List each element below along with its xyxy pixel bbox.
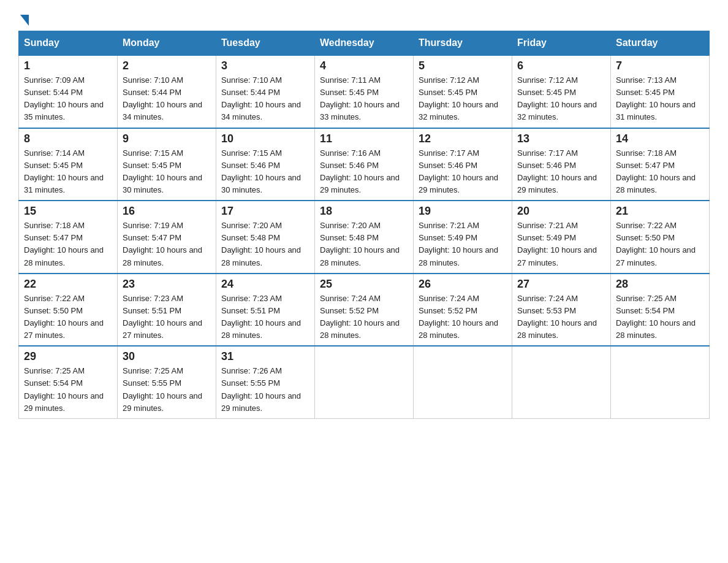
- day-info: Sunrise: 7:09 AM Sunset: 5:44 PM Dayligh…: [24, 74, 112, 124]
- day-info: Sunrise: 7:15 AM Sunset: 5:45 PM Dayligh…: [123, 147, 211, 197]
- header-cell-sunday: Sunday: [19, 31, 118, 56]
- day-number: 7: [616, 59, 704, 72]
- day-cell-16: 16 Sunrise: 7:19 AM Sunset: 5:47 PM Dayl…: [118, 201, 216, 274]
- week-row-5: 29 Sunrise: 7:25 AM Sunset: 5:54 PM Dayl…: [19, 346, 710, 418]
- day-info: Sunrise: 7:21 AM Sunset: 5:49 PM Dayligh…: [517, 220, 605, 269]
- day-number: 19: [419, 205, 507, 218]
- day-cell-5: 5 Sunrise: 7:12 AM Sunset: 5:45 PM Dayli…: [414, 55, 512, 128]
- day-number: 16: [123, 205, 211, 218]
- day-info: Sunrise: 7:24 AM Sunset: 5:53 PM Dayligh…: [517, 293, 605, 342]
- empty-cell: [611, 346, 710, 418]
- header-cell-tuesday: Tuesday: [216, 31, 315, 56]
- day-info: Sunrise: 7:24 AM Sunset: 5:52 PM Dayligh…: [419, 293, 507, 342]
- day-number: 11: [320, 132, 408, 145]
- day-cell-1: 1 Sunrise: 7:09 AM Sunset: 5:44 PM Dayli…: [19, 55, 118, 128]
- day-number: 23: [123, 278, 211, 291]
- calendar-header: SundayMondayTuesdayWednesdayThursdayFrid…: [19, 31, 710, 56]
- day-cell-22: 22 Sunrise: 7:22 AM Sunset: 5:50 PM Dayl…: [19, 274, 118, 347]
- header-row: SundayMondayTuesdayWednesdayThursdayFrid…: [19, 31, 710, 56]
- day-number: 6: [517, 59, 605, 72]
- day-cell-14: 14 Sunrise: 7:18 AM Sunset: 5:47 PM Dayl…: [611, 128, 710, 201]
- day-info: Sunrise: 7:25 AM Sunset: 5:54 PM Dayligh…: [616, 293, 704, 342]
- day-cell-23: 23 Sunrise: 7:23 AM Sunset: 5:51 PM Dayl…: [118, 274, 216, 347]
- day-cell-9: 9 Sunrise: 7:15 AM Sunset: 5:45 PM Dayli…: [118, 128, 216, 201]
- day-cell-2: 2 Sunrise: 7:10 AM Sunset: 5:44 PM Dayli…: [118, 55, 216, 128]
- logo: [18, 12, 29, 25]
- day-cell-19: 19 Sunrise: 7:21 AM Sunset: 5:49 PM Dayl…: [414, 201, 512, 274]
- day-number: 13: [517, 132, 605, 145]
- day-number: 29: [24, 350, 112, 363]
- day-info: Sunrise: 7:18 AM Sunset: 5:47 PM Dayligh…: [24, 220, 112, 269]
- day-cell-13: 13 Sunrise: 7:17 AM Sunset: 5:46 PM Dayl…: [512, 128, 611, 201]
- day-info: Sunrise: 7:20 AM Sunset: 5:48 PM Dayligh…: [320, 220, 408, 269]
- day-cell-30: 30 Sunrise: 7:25 AM Sunset: 5:55 PM Dayl…: [118, 346, 216, 418]
- day-cell-20: 20 Sunrise: 7:21 AM Sunset: 5:49 PM Dayl…: [512, 201, 611, 274]
- day-cell-29: 29 Sunrise: 7:25 AM Sunset: 5:54 PM Dayl…: [19, 346, 118, 418]
- day-cell-7: 7 Sunrise: 7:13 AM Sunset: 5:45 PM Dayli…: [611, 55, 710, 128]
- day-info: Sunrise: 7:23 AM Sunset: 5:51 PM Dayligh…: [221, 293, 309, 342]
- day-number: 27: [517, 278, 605, 291]
- day-info: Sunrise: 7:25 AM Sunset: 5:55 PM Dayligh…: [123, 365, 211, 415]
- day-cell-6: 6 Sunrise: 7:12 AM Sunset: 5:45 PM Dayli…: [512, 55, 611, 128]
- calendar-body: 1 Sunrise: 7:09 AM Sunset: 5:44 PM Dayli…: [19, 55, 710, 418]
- header-cell-friday: Friday: [512, 31, 611, 56]
- day-number: 9: [123, 132, 211, 145]
- header-cell-saturday: Saturday: [611, 31, 710, 56]
- day-cell-21: 21 Sunrise: 7:22 AM Sunset: 5:50 PM Dayl…: [611, 201, 710, 274]
- day-info: Sunrise: 7:11 AM Sunset: 5:45 PM Dayligh…: [320, 74, 408, 124]
- header-cell-wednesday: Wednesday: [315, 31, 414, 56]
- week-row-3: 15 Sunrise: 7:18 AM Sunset: 5:47 PM Dayl…: [19, 201, 710, 274]
- day-cell-12: 12 Sunrise: 7:17 AM Sunset: 5:46 PM Dayl…: [414, 128, 512, 201]
- day-cell-4: 4 Sunrise: 7:11 AM Sunset: 5:45 PM Dayli…: [315, 55, 414, 128]
- header-cell-monday: Monday: [118, 31, 216, 56]
- day-info: Sunrise: 7:22 AM Sunset: 5:50 PM Dayligh…: [616, 220, 704, 269]
- day-cell-27: 27 Sunrise: 7:24 AM Sunset: 5:53 PM Dayl…: [512, 274, 611, 347]
- day-number: 4: [320, 59, 408, 72]
- day-info: Sunrise: 7:10 AM Sunset: 5:44 PM Dayligh…: [123, 74, 211, 124]
- day-number: 10: [221, 132, 309, 145]
- day-number: 28: [616, 278, 704, 291]
- day-cell-18: 18 Sunrise: 7:20 AM Sunset: 5:48 PM Dayl…: [315, 201, 414, 274]
- day-number: 24: [221, 278, 309, 291]
- day-cell-10: 10 Sunrise: 7:15 AM Sunset: 5:46 PM Dayl…: [216, 128, 315, 201]
- day-cell-26: 26 Sunrise: 7:24 AM Sunset: 5:52 PM Dayl…: [414, 274, 512, 347]
- day-info: Sunrise: 7:19 AM Sunset: 5:47 PM Dayligh…: [123, 220, 211, 269]
- day-info: Sunrise: 7:21 AM Sunset: 5:49 PM Dayligh…: [419, 220, 507, 269]
- week-row-1: 1 Sunrise: 7:09 AM Sunset: 5:44 PM Dayli…: [19, 55, 710, 128]
- day-info: Sunrise: 7:16 AM Sunset: 5:46 PM Dayligh…: [320, 147, 408, 197]
- week-row-2: 8 Sunrise: 7:14 AM Sunset: 5:45 PM Dayli…: [19, 128, 710, 201]
- day-cell-24: 24 Sunrise: 7:23 AM Sunset: 5:51 PM Dayl…: [216, 274, 315, 347]
- day-cell-28: 28 Sunrise: 7:25 AM Sunset: 5:54 PM Dayl…: [611, 274, 710, 347]
- calendar-table: SundayMondayTuesdayWednesdayThursdayFrid…: [18, 31, 710, 419]
- empty-cell: [414, 346, 512, 418]
- day-info: Sunrise: 7:12 AM Sunset: 5:45 PM Dayligh…: [419, 74, 507, 124]
- logo-arrow-icon: [20, 15, 29, 26]
- day-number: 30: [123, 350, 211, 363]
- day-number: 25: [320, 278, 408, 291]
- day-number: 17: [221, 205, 309, 218]
- day-number: 22: [24, 278, 112, 291]
- day-number: 1: [24, 59, 112, 72]
- day-info: Sunrise: 7:12 AM Sunset: 5:45 PM Dayligh…: [517, 74, 605, 124]
- day-info: Sunrise: 7:26 AM Sunset: 5:55 PM Dayligh…: [221, 365, 309, 415]
- day-number: 3: [221, 59, 309, 72]
- day-cell-25: 25 Sunrise: 7:24 AM Sunset: 5:52 PM Dayl…: [315, 274, 414, 347]
- day-info: Sunrise: 7:15 AM Sunset: 5:46 PM Dayligh…: [221, 147, 309, 197]
- week-row-4: 22 Sunrise: 7:22 AM Sunset: 5:50 PM Dayl…: [19, 274, 710, 347]
- day-info: Sunrise: 7:17 AM Sunset: 5:46 PM Dayligh…: [517, 147, 605, 197]
- day-number: 31: [221, 350, 309, 363]
- day-info: Sunrise: 7:25 AM Sunset: 5:54 PM Dayligh…: [24, 365, 112, 415]
- day-info: Sunrise: 7:23 AM Sunset: 5:51 PM Dayligh…: [123, 293, 211, 342]
- day-number: 20: [517, 205, 605, 218]
- day-number: 5: [419, 59, 507, 72]
- day-info: Sunrise: 7:17 AM Sunset: 5:46 PM Dayligh…: [419, 147, 507, 197]
- header-cell-thursday: Thursday: [414, 31, 512, 56]
- day-number: 14: [616, 132, 704, 145]
- page-header: [18, 12, 710, 25]
- day-info: Sunrise: 7:24 AM Sunset: 5:52 PM Dayligh…: [320, 293, 408, 342]
- day-info: Sunrise: 7:18 AM Sunset: 5:47 PM Dayligh…: [616, 147, 704, 197]
- day-number: 12: [419, 132, 507, 145]
- empty-cell: [512, 346, 611, 418]
- day-cell-3: 3 Sunrise: 7:10 AM Sunset: 5:44 PM Dayli…: [216, 55, 315, 128]
- day-cell-17: 17 Sunrise: 7:20 AM Sunset: 5:48 PM Dayl…: [216, 201, 315, 274]
